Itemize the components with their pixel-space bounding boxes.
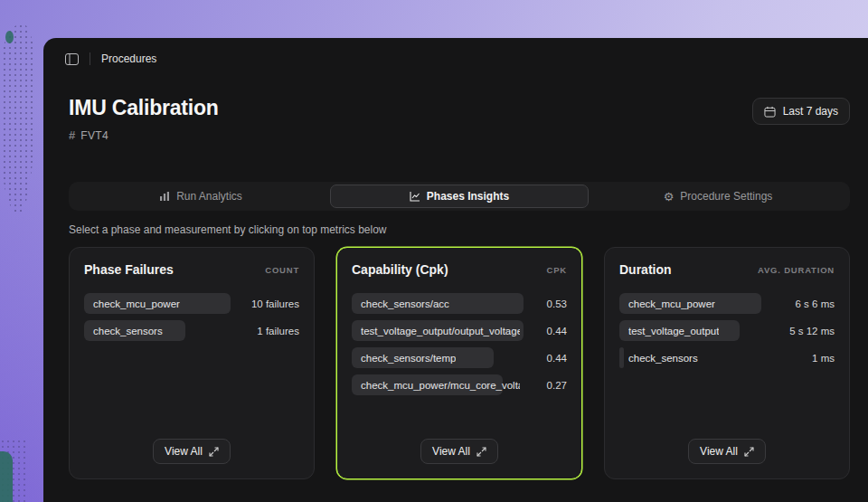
- metric-row-value: 1 ms: [812, 353, 835, 364]
- card-header: Phase Failures COUNT: [84, 262, 299, 277]
- metric-row[interactable]: check_mcu_power 10 failures: [84, 293, 299, 314]
- procedure-tag-label: FVT4: [80, 129, 108, 142]
- metric-row-value: 5 s 12 ms: [789, 326, 835, 336]
- metric-row-label: check_sensors: [93, 326, 163, 336]
- metric-rows: check_mcu_power 10 failures check_sensor…: [84, 293, 299, 341]
- selection-hint: Select a phase and measurement by clicki…: [69, 223, 850, 236]
- line-chart-icon: [410, 191, 420, 202]
- metric-unit-label: COUNT: [265, 265, 299, 275]
- expand-icon: [209, 447, 219, 457]
- metric-cards: Phase Failures COUNT check_mcu_power 10 …: [69, 247, 850, 479]
- card-header: Duration AVG. DURATION: [619, 262, 835, 277]
- tab-run-analytics[interactable]: Run Analytics: [71, 185, 330, 208]
- metric-row[interactable]: check_mcu_power 6 s 6 ms: [619, 293, 835, 314]
- metric-row[interactable]: check_sensors/temp 0.44: [352, 347, 567, 368]
- tab-bar: Run Analytics Phases Insights ⚙ Procedur…: [69, 182, 850, 211]
- app-window: Procedures IMU Calibration # FVT4 Last 7…: [43, 38, 868, 502]
- metric-row-label: test_voltage_output: [628, 326, 719, 336]
- tab-phases-insights[interactable]: Phases Insights: [330, 185, 589, 208]
- metric-row-value: 6 s 6 ms: [796, 298, 835, 309]
- gear-icon: ⚙: [664, 191, 675, 203]
- metric-row[interactable]: check_sensors 1 ms: [619, 347, 835, 368]
- card-footer: View All: [619, 439, 835, 464]
- metric-card-capability: Capability (Cpk) CPK check_sensors/acc 0…: [336, 247, 582, 479]
- page-header: IMU Calibration # FVT4 Last 7 days: [69, 96, 850, 142]
- metric-row-label: check_mcu_power: [93, 298, 180, 309]
- tab-label: Run Analytics: [176, 190, 242, 203]
- card-title: Capability (Cpk): [352, 262, 448, 277]
- metric-card-phase-failures: Phase Failures COUNT check_mcu_power 10 …: [69, 247, 315, 479]
- topbar: Procedures: [43, 38, 868, 65]
- view-all-label: View All: [700, 445, 738, 458]
- metric-row[interactable]: test_voltage_output/output_voltage 0.44: [352, 320, 567, 341]
- view-all-label: View All: [432, 445, 470, 458]
- metric-rows: check_mcu_power 6 s 6 ms test_voltage_ou…: [619, 293, 835, 368]
- metric-bar: [619, 347, 624, 368]
- metric-row-label: check_sensors: [628, 353, 698, 364]
- view-all-button[interactable]: View All: [153, 439, 231, 464]
- metric-row-label: test_voltage_output/output_voltage: [361, 326, 520, 336]
- procedure-tag: # FVT4: [69, 128, 219, 142]
- view-all-button[interactable]: View All: [420, 439, 498, 464]
- view-all-label: View All: [165, 445, 203, 458]
- card-title: Duration: [619, 262, 672, 277]
- metric-rows: check_sensors/acc 0.53 test_voltage_outp…: [352, 293, 567, 395]
- metric-row-value: 10 failures: [251, 298, 299, 309]
- date-range-label: Last 7 days: [783, 105, 838, 118]
- metric-row-value: 0.27: [547, 380, 567, 391]
- card-footer: View All: [352, 439, 567, 464]
- metric-unit-label: CPK: [547, 265, 567, 275]
- sidebar-toggle-icon[interactable]: [65, 53, 79, 65]
- metric-row-value: 0.44: [547, 353, 567, 364]
- metric-row-value: 0.53: [547, 298, 567, 309]
- metric-row[interactable]: check_sensors 1 failures: [84, 320, 299, 341]
- card-title: Phase Failures: [84, 262, 174, 277]
- bar-chart-icon: [159, 191, 170, 202]
- metric-card-duration: Duration AVG. DURATION check_mcu_power 6…: [604, 247, 850, 479]
- tab-procedure-settings[interactable]: ⚙ Procedure Settings: [589, 185, 847, 208]
- metric-row-label: check_mcu_power/mcu_core_volta...: [361, 380, 520, 391]
- topbar-divider: [90, 52, 90, 65]
- date-range-button[interactable]: Last 7 days: [752, 98, 850, 125]
- view-all-button[interactable]: View All: [688, 439, 766, 464]
- metric-unit-label: AVG. DURATION: [758, 265, 835, 275]
- metric-row[interactable]: check_mcu_power/mcu_core_volta... 0.27: [352, 374, 567, 395]
- card-header: Capability (Cpk) CPK: [352, 262, 567, 277]
- breadcrumb[interactable]: Procedures: [101, 52, 156, 65]
- page-header-left: IMU Calibration # FVT4: [69, 96, 219, 142]
- tab-label: Phases Insights: [427, 190, 509, 203]
- metric-row-label: check_sensors/acc: [361, 298, 449, 309]
- page-title: IMU Calibration: [69, 96, 219, 120]
- metric-row-value: 1 failures: [257, 326, 299, 336]
- metric-row-value: 0.44: [547, 326, 567, 336]
- hash-icon: #: [69, 128, 75, 142]
- metric-row-label: check_mcu_power: [628, 298, 715, 309]
- calendar-icon: [764, 106, 776, 118]
- tab-label: Procedure Settings: [680, 190, 772, 203]
- decorative-blob-top: [5, 31, 14, 43]
- card-footer: View All: [84, 439, 299, 464]
- expand-icon: [476, 447, 486, 457]
- metric-row[interactable]: test_voltage_output 5 s 12 ms: [619, 320, 835, 341]
- metric-row-label: check_sensors/temp: [361, 353, 456, 364]
- expand-icon: [744, 447, 754, 457]
- decorative-blob-bottom: [0, 451, 13, 502]
- metric-row[interactable]: check_sensors/acc 0.53: [352, 293, 567, 314]
- decorative-dot-pattern-top: [2, 24, 36, 213]
